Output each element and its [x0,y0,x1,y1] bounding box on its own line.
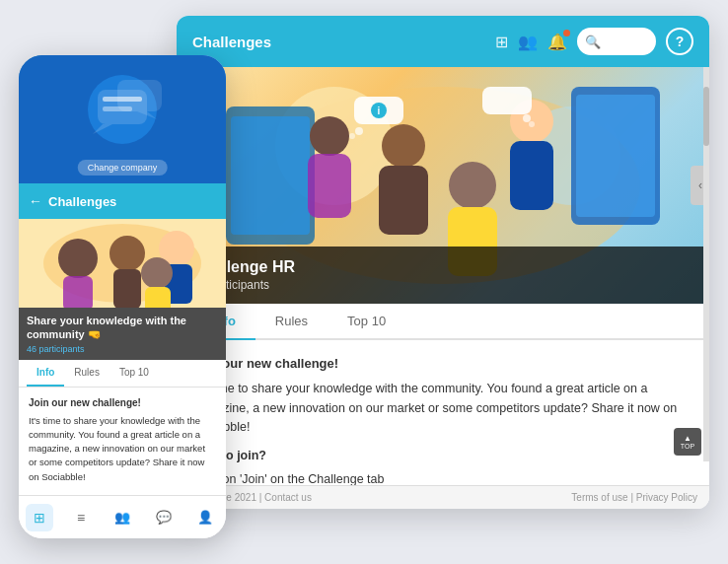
mobile-tab-top10[interactable]: Top 10 [109,360,159,387]
bell-icon[interactable]: 🔔 [547,33,567,51]
scroll-bar[interactable] [703,67,709,461]
participant-count: 46 participants [192,278,693,292]
how-line-1: Click on 'Join' on the Challenge tab [192,470,693,485]
grid-icon[interactable]: ⊞ [495,33,508,51]
desktop-footer: Sociabble 2021 | Contact us Terms of use… [177,485,709,509]
svg-rect-8 [379,166,428,235]
mobile-tab-info[interactable]: Info [27,360,64,387]
svg-point-7 [382,124,425,168]
mobile-nav-messages[interactable]: 💬 [150,504,178,531]
svg-point-17 [349,133,355,139]
challenge-body: Join our new challenge! It's time to sha… [177,340,709,485]
svg-rect-4 [231,116,310,235]
footer-right: Terms of use | Privacy Policy [571,492,697,503]
scroll-top-label: TOP [681,443,694,450]
back-icon[interactable]: ← [29,193,42,209]
mobile-nav-title: Challenges [48,194,116,209]
desktop-header: Challenges ⊞ 👥 🔔 🔍 ? [177,16,709,67]
mobile-tabs: Info Rules Top 10 [19,360,226,388]
mobile-nav-people[interactable]: 👥 [109,504,136,531]
tab-rules[interactable]: Rules [255,304,328,340]
desktop-icon-group: ⊞ 👥 🔔 🔍 ? [495,28,693,55]
mobile-hero-image [19,219,226,308]
svg-point-33 [58,239,98,278]
how-to-section: How to join? Click on 'Join' on the Chal… [192,447,693,485]
svg-text:i: i [378,106,381,116]
svg-point-13 [449,162,496,209]
svg-point-9 [310,116,349,156]
mobile-nav-home[interactable]: ⊞ [26,504,53,531]
scroll-top-button[interactable]: ▲ TOP [674,428,701,456]
mobile-nav-feed[interactable]: ≡ [67,504,95,531]
svg-point-16 [355,127,363,135]
svg-rect-6 [576,95,655,217]
help-button[interactable]: ? [666,28,693,55]
join-title: Join our new challenge! [192,354,693,374]
svg-point-20 [529,121,535,127]
hero-title: Challenge HR 46 participants [177,247,709,304]
join-text: It's time to share your knowledge with t… [192,380,693,437]
how-to-title: How to join? [192,447,693,465]
search-box[interactable]: 🔍 [577,28,656,55]
tab-top10[interactable]: Top 10 [328,304,405,340]
change-company-button[interactable]: Change company [78,160,168,176]
mobile-challenge-name: Share your knowledge with the community … [27,314,218,342]
challenge-tabs: Info Rules Top 10 [177,304,709,340]
desktop-content: i Challenge HR 46 participants ‹ Info Ru… [177,67,709,485]
mobile-nav: ← Challenges [19,183,226,219]
mobile-tab-rules[interactable]: Rules [64,360,109,387]
scroll-thumb[interactable] [703,87,709,146]
desktop-window: Challenges ⊞ 👥 🔔 🔍 ? [177,16,709,509]
mobile-participant-count: 46 participants [27,344,218,354]
svg-rect-40 [145,287,171,308]
mobile-join-title: Join our new challenge! [29,395,216,410]
users-icon[interactable]: 👥 [518,33,538,51]
svg-point-35 [109,236,145,271]
svg-rect-34 [63,276,93,308]
challenge-name: Challenge HR [192,258,693,276]
svg-rect-12 [510,141,553,210]
svg-point-39 [141,257,173,289]
search-icon: 🔍 [585,35,601,49]
mobile-para1: It's time to share your knowledge with t… [29,414,216,484]
svg-rect-36 [113,269,141,308]
svg-rect-29 [117,80,162,111]
mobile-bottom-nav: ⊞ ≡ 👥 💬 👤 [19,495,226,538]
mobile-nav-profile[interactable]: 👤 [191,504,219,531]
mobile-challenge-info: Share your knowledge with the community … [19,308,226,360]
svg-point-19 [523,114,531,122]
desktop-title: Challenges [192,34,495,50]
svg-rect-10 [308,154,351,218]
mobile-body: Join our new challenge! It's time to sha… [19,388,226,495]
hero-image: i Challenge HR 46 participants ‹ [177,67,709,304]
mobile-top-image: Change company [19,55,226,183]
mobile-phone: Change company ← Challenges Sh [19,55,226,538]
svg-rect-18 [482,87,532,114]
